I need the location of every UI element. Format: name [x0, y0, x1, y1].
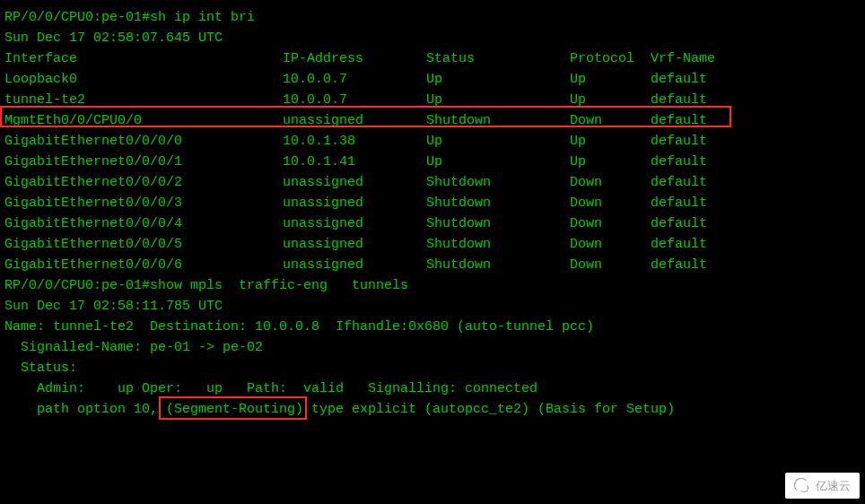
cell-ip: unassigned: [283, 172, 426, 193]
signalled-name-line: Signalled-Name: pe-01 -> pe-02: [4, 337, 861, 358]
header-protocol: Protocol: [570, 48, 651, 69]
status-detail: Admin: up Oper: up Path: valid Signallin…: [4, 378, 861, 399]
table-row: GigabitEthernet0/0/0/5unassignedShutdown…: [4, 234, 861, 255]
watermark: 亿速云: [785, 473, 860, 499]
cell-interface: GigabitEthernet0/0/0/2: [4, 172, 283, 193]
table-header: Interface IP-Address Status Protocol Vrf…: [4, 48, 861, 69]
cell-protocol: Up: [570, 69, 651, 90]
watermark-logo-icon: [794, 478, 810, 494]
table-row: GigabitEthernet0/0/0/010.0.1.38UpUpdefau…: [4, 131, 861, 152]
cell-protocol: Down: [570, 234, 651, 255]
cell-ip: unassigned: [283, 234, 426, 255]
cell-interface: GigabitEthernet0/0/0/5: [4, 234, 283, 255]
cell-vrf: default: [651, 213, 861, 234]
command-line-2: RP/0/0/CPU0:pe-01#show mpls traffic-eng …: [4, 275, 861, 296]
cell-status: Shutdown: [426, 193, 570, 213]
table-row: MgmtEth0/0/CPU0/0unassignedShutdownDownd…: [4, 110, 861, 131]
cell-protocol: Up: [570, 131, 651, 152]
cell-status: Shutdown: [426, 255, 570, 275]
cell-status: Shutdown: [426, 110, 570, 131]
cell-protocol: Down: [570, 110, 651, 131]
cell-vrf: default: [651, 152, 861, 172]
cell-interface: GigabitEthernet0/0/0/6: [4, 255, 283, 275]
cell-ip: unassigned: [283, 193, 426, 213]
cell-status: Up: [426, 90, 570, 110]
cell-interface: tunnel-te2: [4, 90, 283, 110]
cell-status: Up: [426, 131, 570, 152]
timestamp-1: Sun Dec 17 02:58:07.645 UTC: [4, 28, 861, 48]
timestamp-2: Sun Dec 17 02:58:11.785 UTC: [4, 296, 861, 317]
cell-interface: MgmtEth0/0/CPU0/0: [4, 110, 283, 131]
cell-ip: unassigned: [283, 213, 426, 234]
cell-vrf: default: [651, 193, 861, 213]
cell-protocol: Down: [570, 172, 651, 193]
header-vrf: Vrf-Name: [651, 48, 861, 69]
cell-status: Shutdown: [426, 213, 570, 234]
cell-vrf: default: [651, 255, 861, 275]
table-row: Loopback010.0.0.7UpUpdefault: [4, 69, 861, 90]
header-interface: Interface: [4, 48, 283, 69]
cell-ip: 10.0.1.41: [283, 152, 426, 172]
cell-protocol: Up: [570, 90, 651, 110]
cell-vrf: default: [651, 131, 861, 152]
cell-ip: unassigned: [283, 110, 426, 131]
cell-interface: GigabitEthernet0/0/0/3: [4, 193, 283, 213]
cell-protocol: Up: [570, 152, 651, 172]
watermark-text: 亿速云: [816, 475, 851, 496]
cell-status: Shutdown: [426, 172, 570, 193]
interface-table-body: Loopback010.0.0.7UpUpdefaulttunnel-te210…: [4, 69, 861, 275]
cell-vrf: default: [651, 234, 861, 255]
path-option-line: path option 10, (Segment-Routing) type e…: [4, 399, 861, 420]
cell-vrf: default: [651, 110, 861, 131]
table-row: GigabitEthernet0/0/0/3unassignedShutdown…: [4, 193, 861, 213]
cell-status: Up: [426, 152, 570, 172]
cell-status: Up: [426, 69, 570, 90]
cell-ip: 10.0.1.38: [283, 131, 426, 152]
table-row: GigabitEthernet0/0/0/4unassignedShutdown…: [4, 213, 861, 234]
cell-interface: Loopback0: [4, 69, 283, 90]
status-header: Status:: [4, 358, 861, 378]
cell-ip: 10.0.0.7: [283, 69, 426, 90]
tunnel-name-line: Name: tunnel-te2 Destination: 10.0.0.8 I…: [4, 317, 861, 337]
cell-interface: GigabitEthernet0/0/0/1: [4, 152, 283, 172]
cell-vrf: default: [651, 69, 861, 90]
cell-protocol: Down: [570, 213, 651, 234]
command-line-1: RP/0/0/CPU0:pe-01#sh ip int bri: [4, 7, 861, 28]
cell-interface: GigabitEthernet0/0/0/4: [4, 213, 283, 234]
table-row: tunnel-te210.0.0.7UpUpdefault: [4, 90, 861, 110]
cell-interface: GigabitEthernet0/0/0/0: [4, 131, 283, 152]
cell-ip: unassigned: [283, 255, 426, 275]
cell-protocol: Down: [570, 255, 651, 275]
cell-vrf: default: [651, 172, 861, 193]
cell-ip: 10.0.0.7: [283, 90, 426, 110]
cell-vrf: default: [651, 90, 861, 110]
table-row: GigabitEthernet0/0/0/2unassignedShutdown…: [4, 172, 861, 193]
cell-status: Shutdown: [426, 234, 570, 255]
table-row: GigabitEthernet0/0/0/6unassignedShutdown…: [4, 255, 861, 275]
header-status: Status: [426, 48, 570, 69]
header-ip: IP-Address: [283, 48, 426, 69]
table-row: GigabitEthernet0/0/0/110.0.1.41UpUpdefau…: [4, 152, 861, 172]
cell-protocol: Down: [570, 193, 651, 213]
